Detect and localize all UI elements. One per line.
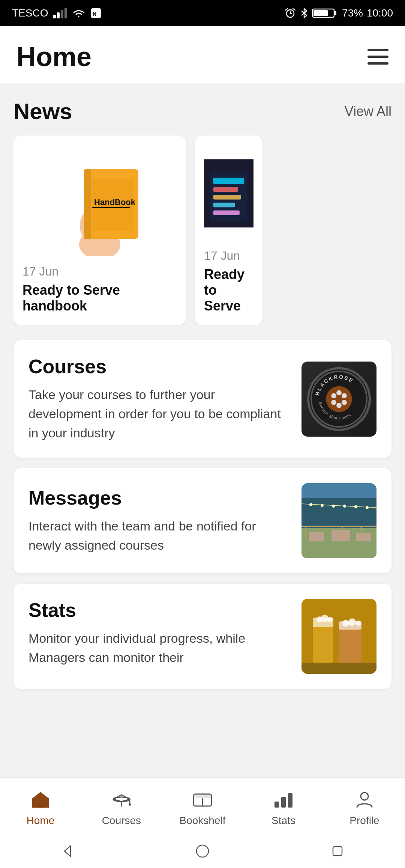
stats-card-desc: Monitor your individual progress, while … bbox=[28, 629, 290, 667]
page-title: Home bbox=[16, 41, 92, 72]
svg-point-55 bbox=[321, 615, 328, 622]
blackrose-sign: BLACKROSE Serious about pubs bbox=[302, 362, 376, 437]
carrier-text: TESCO bbox=[12, 7, 48, 19]
main-content: News View All bbox=[0, 83, 405, 689]
news-card-1-image: HandBook bbox=[22, 147, 177, 256]
nav-item-courses[interactable]: Courses bbox=[81, 788, 162, 827]
news-card-2-title: Ready to Serve bbox=[204, 267, 254, 314]
profile-icon bbox=[353, 788, 376, 811]
svg-point-24 bbox=[336, 390, 342, 395]
stats-card[interactable]: Stats Monitor your individual progress, … bbox=[14, 584, 392, 689]
nav-home-label: Home bbox=[27, 815, 55, 827]
nav-item-stats[interactable]: Stats bbox=[243, 788, 324, 827]
android-navigation-bar bbox=[0, 834, 405, 868]
svg-point-71 bbox=[361, 793, 368, 800]
nav-bookshelf-label: Bookshelf bbox=[180, 815, 226, 827]
status-bar: TESCO N bbox=[0, 0, 405, 26]
svg-rect-68 bbox=[274, 802, 279, 808]
hamburger-menu-button[interactable] bbox=[368, 49, 388, 65]
svg-rect-19 bbox=[213, 203, 235, 207]
news-card-1-date: 17 Jun bbox=[22, 265, 177, 279]
svg-point-56 bbox=[327, 617, 333, 622]
messages-card-image bbox=[302, 483, 376, 558]
bluetooth-icon bbox=[300, 7, 308, 19]
svg-point-26 bbox=[342, 393, 347, 398]
svg-rect-41 bbox=[309, 532, 324, 541]
courses-card-title: Courses bbox=[28, 355, 290, 378]
home-icon bbox=[29, 788, 52, 811]
news-card-1-title: Ready to Serve handbook bbox=[22, 282, 177, 314]
svg-rect-5 bbox=[314, 10, 328, 16]
time-text: 10:00 bbox=[367, 7, 393, 19]
svg-point-27 bbox=[331, 399, 336, 405]
stats-card-title: Stats bbox=[28, 599, 290, 621]
news-cards-row: HandBook 17 Jun Ready to Serve handbook bbox=[14, 136, 392, 325]
beer-illustration bbox=[302, 599, 376, 674]
svg-rect-18 bbox=[213, 195, 241, 199]
svg-point-35 bbox=[321, 504, 324, 507]
svg-rect-42 bbox=[332, 530, 350, 541]
svg-point-34 bbox=[309, 503, 312, 506]
svg-rect-69 bbox=[281, 797, 286, 808]
courses-card[interactable]: Courses Take your courses to further you… bbox=[14, 340, 392, 458]
messages-card-title: Messages bbox=[28, 487, 290, 509]
svg-rect-60 bbox=[302, 663, 376, 674]
svg-rect-43 bbox=[356, 533, 371, 541]
news-section-header: News View All bbox=[14, 98, 392, 124]
nav-stats-label: Stats bbox=[272, 815, 296, 827]
svg-rect-61 bbox=[37, 802, 44, 808]
svg-point-38 bbox=[354, 505, 357, 508]
svg-point-58 bbox=[348, 618, 356, 626]
svg-point-28 bbox=[342, 399, 347, 405]
news-card-2-image bbox=[204, 147, 254, 240]
svg-point-57 bbox=[342, 620, 349, 627]
stats-card-text: Stats Monitor your individual progress, … bbox=[28, 599, 302, 667]
stats-icon bbox=[272, 788, 295, 811]
nav-item-home[interactable]: Home bbox=[0, 788, 81, 827]
alarm-icon bbox=[284, 7, 296, 19]
messages-card-desc: Interact with the team and be notified f… bbox=[28, 517, 290, 555]
svg-marker-63 bbox=[113, 795, 130, 802]
svg-point-36 bbox=[332, 505, 335, 508]
nav-courses-label: Courses bbox=[102, 815, 141, 827]
nav-profile-label: Profile bbox=[350, 815, 379, 827]
svg-point-37 bbox=[343, 505, 346, 508]
nav-item-profile[interactable]: Profile bbox=[324, 788, 405, 827]
svg-rect-16 bbox=[213, 178, 244, 184]
courses-icon bbox=[110, 788, 133, 811]
bottom-navigation: Home Courses Bookshelf bbox=[0, 778, 405, 834]
courses-card-desc: Take your courses to further your develo… bbox=[28, 385, 290, 443]
bookshelf-icon bbox=[191, 788, 214, 811]
svg-point-39 bbox=[366, 506, 369, 509]
patio-illustration bbox=[302, 483, 376, 558]
handbook-illustration: HandBook bbox=[58, 147, 141, 256]
nav-item-bookshelf[interactable]: Bookshelf bbox=[162, 788, 243, 827]
status-left: TESCO N bbox=[12, 7, 102, 19]
signal-icon bbox=[53, 8, 67, 18]
svg-point-25 bbox=[331, 393, 336, 398]
courses-card-text: Courses Take your courses to further you… bbox=[28, 355, 302, 443]
battery-icon bbox=[312, 7, 338, 19]
messages-card[interactable]: Messages Interact with the team and be n… bbox=[14, 468, 392, 573]
recent-apps-button[interactable] bbox=[329, 843, 346, 859]
svg-rect-4 bbox=[334, 11, 336, 15]
svg-rect-10 bbox=[84, 169, 91, 239]
news-image-2 bbox=[204, 152, 254, 235]
svg-text:HandBook: HandBook bbox=[94, 197, 136, 207]
back-button[interactable] bbox=[59, 843, 76, 859]
home-button[interactable] bbox=[194, 843, 211, 859]
news-card-2[interactable]: 17 Jun Ready to Serve bbox=[195, 136, 262, 325]
news-card-1[interactable]: HandBook 17 Jun Ready to Serve handbook bbox=[14, 136, 186, 325]
svg-marker-72 bbox=[64, 846, 70, 856]
svg-rect-74 bbox=[333, 847, 342, 856]
svg-rect-20 bbox=[213, 210, 240, 215]
svg-point-73 bbox=[196, 845, 208, 857]
courses-card-image: BLACKROSE Serious about pubs bbox=[302, 362, 376, 437]
wifi-icon bbox=[72, 8, 85, 18]
view-all-link[interactable]: View All bbox=[345, 104, 392, 119]
news-section-title: News bbox=[14, 98, 72, 124]
svg-point-59 bbox=[356, 621, 361, 626]
svg-point-64 bbox=[129, 803, 131, 806]
nfc-icon: N bbox=[90, 8, 102, 19]
scroll-fade bbox=[0, 748, 405, 770]
